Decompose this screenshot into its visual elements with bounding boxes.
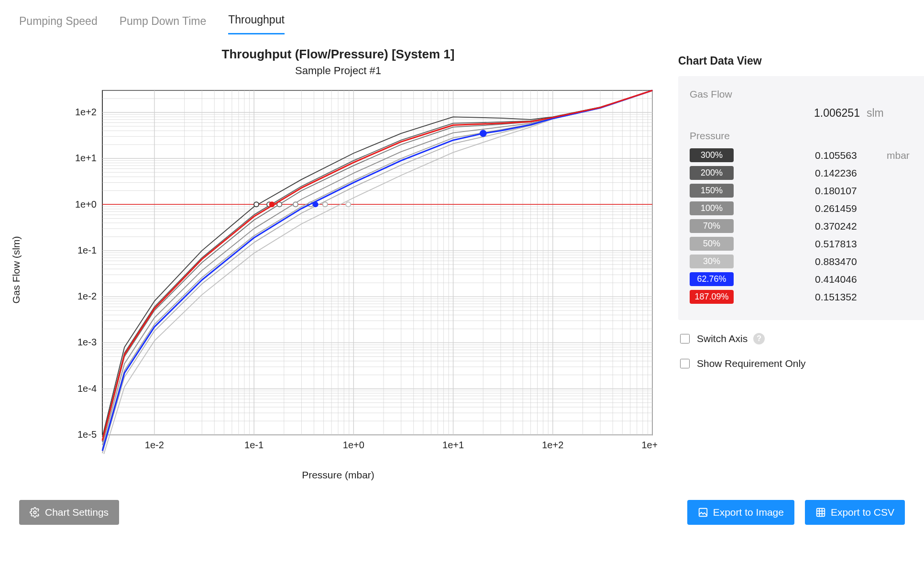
svg-point-131 [293,202,298,207]
tabs: Pumping Speed Pump Down Time Throughput [19,13,905,34]
svg-text:1e-4: 1e-4 [77,383,97,394]
pressure-label: Pressure [690,130,924,142]
export-csv-button[interactable]: Export to CSV [805,500,905,525]
series-badge: 70% [690,219,734,233]
pressure-value: 0.151352 [815,291,877,303]
gas-flow-label: Gas Flow [690,89,924,100]
svg-text:1e+2: 1e+2 [75,107,97,117]
chart-title: Throughput (Flow/Pressure) [System 1] [19,47,657,62]
pressure-row: 150% 0.180107 [690,184,924,198]
x-axis-label: Pressure (mbar) [19,469,657,481]
pressure-row: 300% 0.105563mbar [690,148,924,162]
gas-flow-unit: slm [867,107,884,120]
svg-point-138 [33,511,36,514]
chart-subtitle: Sample Project #1 [19,65,657,77]
svg-point-134 [346,202,351,207]
pressure-row: 30% 0.883470 [690,255,924,268]
svg-text:1e-2: 1e-2 [145,440,164,450]
pressure-row: 100% 0.261459 [690,201,924,215]
chart-data-panel: Gas Flow 1.006251 slm Pressure 300% 0.10… [678,76,924,320]
series-badge: 187.09% [690,290,734,304]
svg-text:1e+2: 1e+2 [542,440,563,450]
svg-point-137 [270,202,275,207]
svg-point-133 [323,202,328,207]
chart-settings-button[interactable]: Chart Settings [19,500,119,525]
svg-text:1e-3: 1e-3 [77,337,97,347]
series-badge: 300% [690,148,734,162]
show-requirement-only-row[interactable]: Show Requirement Only [678,357,924,370]
svg-text:1e+1: 1e+1 [442,440,464,450]
svg-point-128 [254,202,259,207]
help-icon[interactable]: ? [753,333,765,344]
gas-flow-value: 1.006251 [814,107,860,120]
image-icon [698,507,708,518]
svg-text:1e-5: 1e-5 [77,429,97,440]
export-image-label: Export to Image [713,507,784,518]
export-image-button[interactable]: Export to Image [687,500,794,525]
pressure-row: 70% 0.370242 [690,219,924,233]
svg-point-135 [313,202,318,207]
show-requirement-only-checkbox[interactable] [680,359,690,368]
y-axis-label: Gas Flow (slm) [11,236,22,303]
table-icon [815,507,826,518]
svg-text:1e+0: 1e+0 [75,199,97,210]
pressure-value: 0.105563 [815,150,877,161]
svg-text:1e+3: 1e+3 [641,440,657,450]
svg-text:1e+1: 1e+1 [75,153,97,163]
series-badge: 200% [690,166,734,180]
tab-pump-down-time[interactable]: Pump Down Time [120,15,207,34]
chart-settings-label: Chart Settings [45,507,109,518]
show-requirement-only-label: Show Requirement Only [697,358,806,369]
pressure-value: 0.517813 [815,238,877,250]
series-badge: 100% [690,201,734,215]
series-badge: 50% [690,237,734,251]
export-csv-label: Export to CSV [831,507,894,518]
throughput-chart[interactable]: 1e-51e-41e-31e-21e-11e+01e+11e+21e-21e-1… [59,86,657,454]
pressure-value: 0.414046 [815,274,877,285]
pressure-row: 200% 0.142236 [690,166,924,180]
svg-rect-140 [817,509,825,517]
svg-point-136 [480,130,486,137]
svg-text:1e-1: 1e-1 [77,245,97,255]
svg-text:1e-2: 1e-2 [77,291,97,301]
chart-data-view-heading: Chart Data View [678,55,924,67]
pressure-value: 0.142236 [815,167,877,179]
switch-axis-label: Switch Axis [697,333,748,344]
series-badge: 62.76% [690,272,734,286]
switch-axis-row[interactable]: Switch Axis ? [678,332,924,345]
series-badge: 30% [690,255,734,268]
tab-throughput[interactable]: Throughput [228,13,285,34]
svg-rect-0 [102,90,652,435]
switch-axis-checkbox[interactable] [680,334,690,343]
pressure-row: 62.76% 0.414046 [690,272,924,286]
pressure-row: 50% 0.517813 [690,237,924,251]
pressure-value: 0.370242 [815,221,877,232]
pressure-value: 0.883470 [815,256,877,267]
svg-text:1e-1: 1e-1 [244,440,264,450]
pressure-value: 0.261459 [815,203,877,214]
tab-pumping-speed[interactable]: Pumping Speed [19,15,98,34]
gear-icon [30,507,40,518]
svg-rect-139 [699,509,707,517]
pressure-unit: mbar [887,150,910,161]
svg-text:1e+0: 1e+0 [343,440,364,450]
series-badge: 150% [690,184,734,198]
pressure-value: 0.180107 [815,185,877,197]
pressure-row: 187.09% 0.151352 [690,290,924,304]
